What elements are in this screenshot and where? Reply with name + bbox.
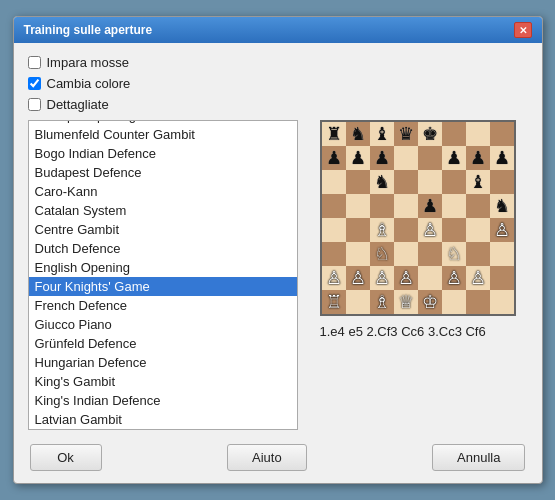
impara-label: Impara mosse xyxy=(47,55,129,70)
list-item[interactable]: French Defence xyxy=(29,296,297,315)
chess-cell: ♜ xyxy=(322,122,346,146)
chess-panel: ♜♞♝♛♚♟♟♟♟♟♟♞♝♟♞♗♙♙♘♘♙♙♙♙♙♙♖♗♕♔ 1.e4 e5 2… xyxy=(308,120,528,430)
list-item[interactable]: Caro-Kann xyxy=(29,182,297,201)
chess-cell xyxy=(346,290,370,314)
chess-cell xyxy=(322,194,346,218)
list-item[interactable]: Giucco Piano xyxy=(29,315,297,334)
chess-cell xyxy=(490,122,514,146)
chess-cell: ♞ xyxy=(490,194,514,218)
opening-list[interactable]: Alekhine's DefenceBenoni DefenceBird's O… xyxy=(28,120,298,430)
dialog-title: Training sulle aperture xyxy=(24,23,153,37)
chess-cell xyxy=(490,242,514,266)
chess-cell xyxy=(394,146,418,170)
chess-cell xyxy=(442,218,466,242)
chess-cell xyxy=(466,218,490,242)
chess-cell xyxy=(490,170,514,194)
list-item[interactable]: Four Knights' Game xyxy=(29,277,297,296)
chess-cell xyxy=(418,266,442,290)
title-bar: Training sulle aperture ✕ xyxy=(14,17,542,43)
list-item[interactable]: Centre Gambit xyxy=(29,220,297,239)
chess-cell xyxy=(466,194,490,218)
chess-cell xyxy=(394,194,418,218)
dettagliate-checkbox[interactable] xyxy=(28,98,41,111)
help-button[interactable]: Aiuto xyxy=(227,444,307,471)
chess-cell: ♝ xyxy=(466,170,490,194)
chess-cell xyxy=(346,242,370,266)
chess-cell xyxy=(442,122,466,146)
chess-cell: ♟ xyxy=(322,146,346,170)
chess-cell xyxy=(370,194,394,218)
chess-cell xyxy=(346,194,370,218)
list-item[interactable]: Bogo Indian Defence xyxy=(29,144,297,163)
chess-cell: ♙ xyxy=(370,266,394,290)
chess-cell: ♙ xyxy=(490,218,514,242)
chess-cell: ♘ xyxy=(442,242,466,266)
chess-cell: ♙ xyxy=(322,266,346,290)
chess-cell: ♟ xyxy=(346,146,370,170)
dialog-body: Impara mosse Cambia colore Dettagliate A… xyxy=(14,43,542,483)
chess-cell xyxy=(394,170,418,194)
chess-cell: ♙ xyxy=(394,266,418,290)
chess-cell xyxy=(322,170,346,194)
list-item[interactable]: Grünfeld Defence xyxy=(29,334,297,353)
chess-cell xyxy=(322,218,346,242)
chess-cell: ♗ xyxy=(370,218,394,242)
ok-button[interactable]: Ok xyxy=(30,444,102,471)
chess-cell: ♚ xyxy=(418,122,442,146)
impara-checkbox[interactable] xyxy=(28,56,41,69)
chess-cell xyxy=(394,218,418,242)
chess-cell xyxy=(490,290,514,314)
buttons-row: Ok Aiuto Annulla xyxy=(28,444,528,471)
chess-cell: ♙ xyxy=(442,266,466,290)
chess-cell: ♔ xyxy=(418,290,442,314)
chess-cell xyxy=(442,194,466,218)
main-content: Alekhine's DefenceBenoni DefenceBird's O… xyxy=(28,120,528,430)
chess-board: ♜♞♝♛♚♟♟♟♟♟♟♞♝♟♞♗♙♙♘♘♙♙♙♙♙♙♖♗♕♔ xyxy=(320,120,516,316)
list-item[interactable]: Catalan System xyxy=(29,201,297,220)
chess-cell: ♟ xyxy=(490,146,514,170)
chess-cell xyxy=(466,122,490,146)
move-notation: 1.e4 e5 2.Cf3 Cc6 3.Cc3 Cf6 xyxy=(320,324,516,339)
close-button[interactable]: ✕ xyxy=(514,22,532,38)
training-dialog: Training sulle aperture ✕ Impara mosse C… xyxy=(13,16,543,484)
list-item[interactable]: Dutch Defence xyxy=(29,239,297,258)
list-item[interactable]: Budapest Defence xyxy=(29,163,297,182)
chess-cell: ♟ xyxy=(370,146,394,170)
chess-cell: ♙ xyxy=(346,266,370,290)
chess-cell: ♙ xyxy=(466,266,490,290)
list-item[interactable]: Latvian Gambit xyxy=(29,410,297,429)
cambia-label: Cambia colore xyxy=(47,76,131,91)
chess-cell: ♟ xyxy=(442,146,466,170)
chess-cell: ♞ xyxy=(370,170,394,194)
chess-cell xyxy=(394,242,418,266)
impara-row: Impara mosse xyxy=(28,55,528,70)
list-item[interactable]: Hungarian Defence xyxy=(29,353,297,372)
cancel-button[interactable]: Annulla xyxy=(432,444,525,471)
chess-cell: ♗ xyxy=(370,290,394,314)
list-item[interactable]: King's Gambit xyxy=(29,372,297,391)
list-item[interactable]: Blumenfeld Counter Gambit xyxy=(29,125,297,144)
list-item[interactable]: English Opening xyxy=(29,258,297,277)
chess-cell xyxy=(466,242,490,266)
chess-cell: ♘ xyxy=(370,242,394,266)
list-item[interactable]: King's Indian Defence xyxy=(29,391,297,410)
chess-cell: ♛ xyxy=(394,122,418,146)
chess-cell: ♖ xyxy=(322,290,346,314)
cambia-checkbox[interactable] xyxy=(28,77,41,90)
chess-cell: ♟ xyxy=(418,194,442,218)
chess-cell xyxy=(322,242,346,266)
chess-cell: ♙ xyxy=(418,218,442,242)
chess-cell xyxy=(418,146,442,170)
cambia-row: Cambia colore xyxy=(28,76,528,91)
chess-cell xyxy=(442,290,466,314)
chess-cell: ♟ xyxy=(466,146,490,170)
chess-cell: ♕ xyxy=(394,290,418,314)
dettagliate-label: Dettagliate xyxy=(47,97,109,112)
chess-cell xyxy=(346,170,370,194)
chess-cell xyxy=(418,170,442,194)
chess-cell xyxy=(346,218,370,242)
chess-cell: ♝ xyxy=(370,122,394,146)
dettagliate-row: Dettagliate xyxy=(28,97,528,112)
chess-cell xyxy=(490,266,514,290)
chess-cell xyxy=(442,170,466,194)
